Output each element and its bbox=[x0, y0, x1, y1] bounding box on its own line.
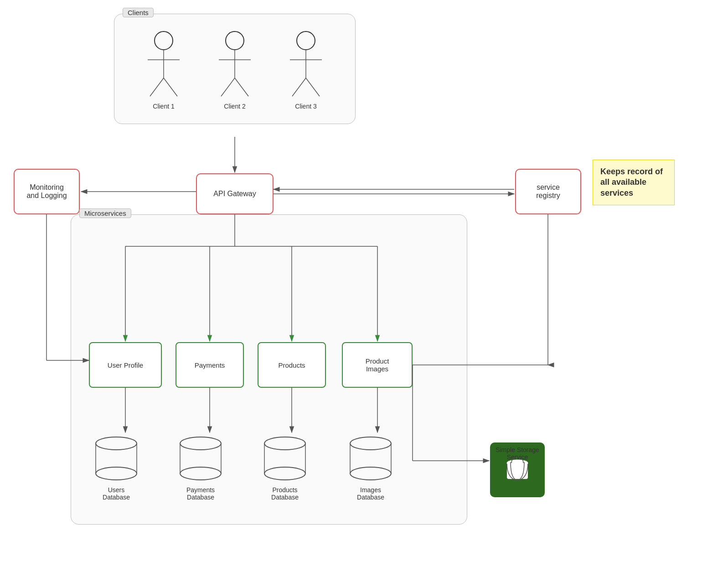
svg-marker-35 bbox=[0, 0, 5, 3]
svg-marker-34 bbox=[0, 0, 5, 3]
payments-db-label: PaymentsDatabase bbox=[186, 486, 215, 501]
svg-line-13 bbox=[292, 78, 306, 96]
products-db: ProductsDatabase bbox=[260, 433, 310, 501]
client-1-figure: Client 1 bbox=[143, 28, 184, 110]
images-db-label: ImagesDatabase bbox=[357, 486, 384, 501]
svg-point-23 bbox=[264, 437, 305, 450]
products-label: Products bbox=[278, 361, 305, 369]
svg-line-4 bbox=[164, 78, 177, 96]
client-2-svg bbox=[214, 28, 255, 101]
users-db-label: UsersDatabase bbox=[103, 486, 130, 501]
s3-label: Simple StorageService bbox=[490, 446, 545, 461]
svg-point-5 bbox=[226, 31, 244, 50]
sticky-note: Keeps record of all available services bbox=[593, 160, 675, 205]
svg-point-0 bbox=[155, 31, 173, 50]
client-2-label: Client 2 bbox=[224, 103, 245, 110]
client-1-label: Client 1 bbox=[153, 103, 174, 110]
svg-marker-37 bbox=[0, 0, 5, 3]
svg-point-22 bbox=[180, 467, 221, 480]
svg-line-3 bbox=[150, 78, 164, 96]
clients-group: Clients Client 1 bbox=[114, 14, 356, 124]
sticky-note-text: Keeps record of all available services bbox=[600, 167, 663, 198]
api-gateway-box: API Gateway bbox=[196, 173, 274, 214]
svg-point-26 bbox=[264, 467, 305, 480]
payments-db: PaymentsDatabase bbox=[176, 433, 226, 501]
images-db-svg bbox=[346, 433, 396, 484]
users-db-svg bbox=[91, 433, 141, 484]
product-images-box: ProductImages bbox=[342, 342, 413, 388]
client-3-figure: Client 3 bbox=[285, 28, 326, 110]
clients-figures: Client 1 Client 2 bbox=[128, 23, 341, 110]
svg-point-10 bbox=[297, 31, 315, 50]
microservices-label: Microservices bbox=[79, 208, 131, 218]
payments-label: Payments bbox=[195, 361, 225, 369]
images-db: ImagesDatabase bbox=[346, 433, 396, 501]
svg-marker-36 bbox=[0, 0, 5, 3]
monitoring-label: Monitoringand Logging bbox=[26, 183, 67, 200]
client-2-figure: Client 2 bbox=[214, 28, 255, 110]
products-db-svg bbox=[260, 433, 310, 484]
svg-point-18 bbox=[96, 467, 137, 480]
clients-label: Clients bbox=[123, 8, 154, 17]
service-registry-box: serviceregistry bbox=[515, 169, 581, 214]
payments-db-svg bbox=[176, 433, 226, 484]
svg-point-27 bbox=[350, 437, 391, 450]
svg-line-9 bbox=[235, 78, 248, 96]
user-profile-label: User Profile bbox=[108, 361, 143, 369]
diagram-container: Clients Client 1 bbox=[0, 0, 728, 562]
svg-line-8 bbox=[221, 78, 235, 96]
s3-container: Simple StorageService bbox=[490, 442, 545, 461]
svg-point-19 bbox=[180, 437, 221, 450]
monitoring-box: Monitoringand Logging bbox=[14, 169, 80, 214]
payments-box: Payments bbox=[176, 342, 244, 388]
svg-line-14 bbox=[306, 78, 320, 96]
products-box: Products bbox=[258, 342, 326, 388]
product-images-label: ProductImages bbox=[366, 357, 389, 373]
users-db: UsersDatabase bbox=[91, 433, 141, 501]
svg-point-33 bbox=[507, 460, 528, 466]
service-registry-label: serviceregistry bbox=[536, 183, 560, 200]
client-3-svg bbox=[285, 28, 326, 101]
products-db-label: ProductsDatabase bbox=[271, 486, 299, 501]
user-profile-box: User Profile bbox=[89, 342, 162, 388]
client-1-svg bbox=[143, 28, 184, 101]
svg-point-15 bbox=[96, 437, 137, 450]
svg-point-30 bbox=[350, 467, 391, 480]
client-3-label: Client 3 bbox=[295, 103, 316, 110]
api-gateway-label: API Gateway bbox=[213, 190, 256, 198]
